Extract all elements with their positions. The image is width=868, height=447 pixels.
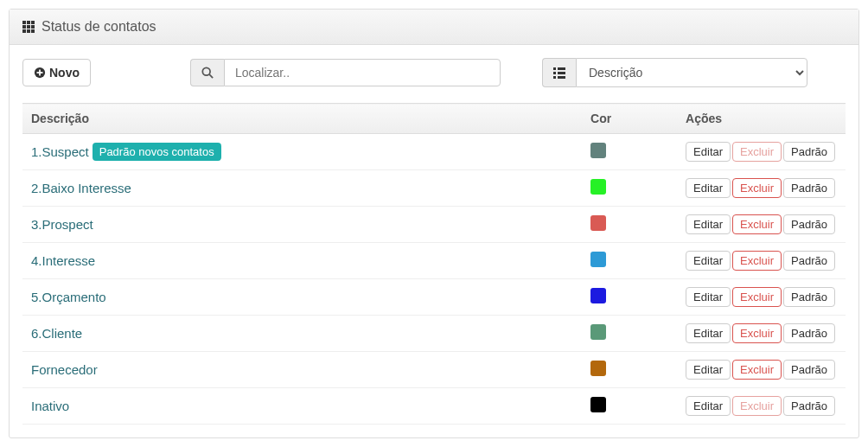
edit-button[interactable]: Editar — [686, 396, 731, 416]
row-label: 2.Baixo Interesse — [31, 181, 131, 195]
edit-button[interactable]: Editar — [686, 360, 731, 380]
edit-button[interactable]: Editar — [686, 323, 731, 343]
svg-line-13 — [209, 74, 213, 78]
row-description: 3.Prospect — [22, 207, 582, 243]
default-button[interactable]: Padrão — [783, 287, 835, 307]
row-color-cell — [582, 207, 677, 243]
sort-group: Descrição — [542, 58, 807, 87]
row-actions: EditarExcluirPadrão — [677, 170, 846, 207]
table-row: 2.Baixo InteresseEditarExcluirPadrão — [22, 170, 846, 207]
col-header-cor: Cor — [582, 104, 677, 134]
delete-button[interactable]: Excluir — [732, 287, 782, 307]
panel: Status de contatos Novo Descriç — [9, 9, 859, 438]
row-actions: EditarExcluirPadrão — [677, 279, 846, 316]
row-color-cell — [582, 170, 677, 207]
table-row: 6.ClienteEditarExcluirPadrão — [22, 316, 846, 352]
default-button[interactable]: Padrão — [783, 360, 835, 380]
col-header-acoes: Ações — [677, 104, 846, 134]
delete-button[interactable]: Excluir — [732, 396, 782, 416]
delete-button[interactable]: Excluir — [732, 323, 782, 343]
panel-body: Novo Descrição Descrição — [10, 45, 858, 437]
row-actions: EditarExcluirPadrão — [677, 207, 846, 243]
color-swatch — [590, 143, 606, 158]
row-label: 5.Orçamento — [31, 290, 106, 304]
edit-button[interactable]: Editar — [686, 142, 731, 162]
row-actions: EditarExcluirPadrão — [677, 243, 846, 279]
row-description: 4.Interesse — [22, 243, 582, 279]
table-row: FornecedorEditarExcluirPadrão — [22, 352, 846, 388]
row-actions: EditarExcluirPadrão — [677, 388, 846, 425]
svg-rect-16 — [553, 72, 556, 74]
color-swatch — [590, 288, 606, 303]
row-label: 1.Suspect — [31, 144, 89, 159]
svg-rect-11 — [37, 72, 43, 73]
svg-point-12 — [202, 67, 210, 75]
delete-button[interactable]: Excluir — [732, 251, 782, 271]
svg-rect-7 — [27, 29, 30, 33]
color-swatch — [590, 215, 606, 231]
row-color-cell — [582, 134, 677, 170]
table-row: InativoEditarExcluirPadrão — [22, 388, 846, 425]
search-icon — [190, 59, 224, 86]
default-button[interactable]: Padrão — [783, 178, 835, 198]
svg-rect-15 — [558, 67, 565, 70]
table-header-row: Descrição Cor Ações — [22, 104, 846, 134]
sort-select[interactable]: Descrição — [576, 58, 807, 87]
status-table: Descrição Cor Ações 1.SuspectPadrão novo… — [22, 103, 846, 425]
default-button[interactable]: Padrão — [783, 396, 835, 416]
new-button-label: Novo — [49, 66, 80, 80]
table-row: 3.ProspectEditarExcluirPadrão — [22, 207, 846, 243]
svg-rect-4 — [27, 25, 30, 29]
color-swatch — [590, 361, 606, 376]
row-description: 2.Baixo Interesse — [22, 170, 582, 207]
svg-rect-6 — [22, 29, 26, 33]
row-actions: EditarExcluirPadrão — [677, 316, 846, 352]
new-button[interactable]: Novo — [22, 59, 91, 86]
default-button[interactable]: Padrão — [783, 323, 835, 343]
svg-rect-3 — [22, 25, 26, 29]
row-actions: EditarExcluirPadrão — [677, 134, 846, 170]
row-description: 5.Orçamento — [22, 279, 582, 316]
row-color-cell — [582, 316, 677, 352]
delete-button[interactable]: Excluir — [732, 360, 782, 380]
panel-header: Status de contatos — [10, 10, 858, 45]
row-label: Fornecedor — [31, 362, 98, 377]
delete-button[interactable]: Excluir — [732, 142, 782, 162]
edit-button[interactable]: Editar — [686, 178, 731, 198]
default-badge: Padrão novos contatos — [93, 143, 221, 161]
svg-rect-5 — [31, 25, 35, 29]
grid-icon — [22, 21, 35, 33]
row-label: 6.Cliente — [31, 326, 82, 341]
row-color-cell — [582, 279, 677, 316]
row-description: 6.Cliente — [22, 316, 582, 352]
color-swatch — [590, 324, 606, 340]
row-label: Inativo — [31, 399, 69, 413]
svg-rect-1 — [27, 21, 30, 24]
svg-rect-14 — [553, 67, 556, 70]
row-description: Fornecedor — [22, 352, 582, 388]
color-swatch — [590, 252, 606, 267]
svg-rect-8 — [31, 29, 35, 33]
svg-rect-2 — [31, 21, 35, 24]
row-label: 3.Prospect — [31, 217, 93, 232]
svg-rect-18 — [553, 76, 556, 79]
svg-rect-19 — [558, 76, 565, 79]
table-row: 5.OrçamentoEditarExcluirPadrão — [22, 279, 846, 316]
table-row: 4.InteresseEditarExcluirPadrão — [22, 243, 846, 279]
default-button[interactable]: Padrão — [783, 214, 835, 234]
default-button[interactable]: Padrão — [783, 251, 835, 271]
row-color-cell — [582, 388, 677, 425]
list-icon — [542, 58, 576, 87]
default-button[interactable]: Padrão — [783, 142, 835, 162]
plus-circle-icon — [34, 67, 46, 79]
delete-button[interactable]: Excluir — [732, 178, 782, 198]
edit-button[interactable]: Editar — [686, 251, 731, 271]
svg-rect-0 — [22, 21, 26, 24]
edit-button[interactable]: Editar — [686, 287, 731, 307]
delete-button[interactable]: Excluir — [732, 214, 782, 234]
search-group — [190, 59, 501, 86]
toolbar: Novo Descrição — [22, 58, 846, 87]
row-color-cell — [582, 243, 677, 279]
edit-button[interactable]: Editar — [686, 214, 731, 234]
search-input[interactable] — [224, 59, 501, 86]
